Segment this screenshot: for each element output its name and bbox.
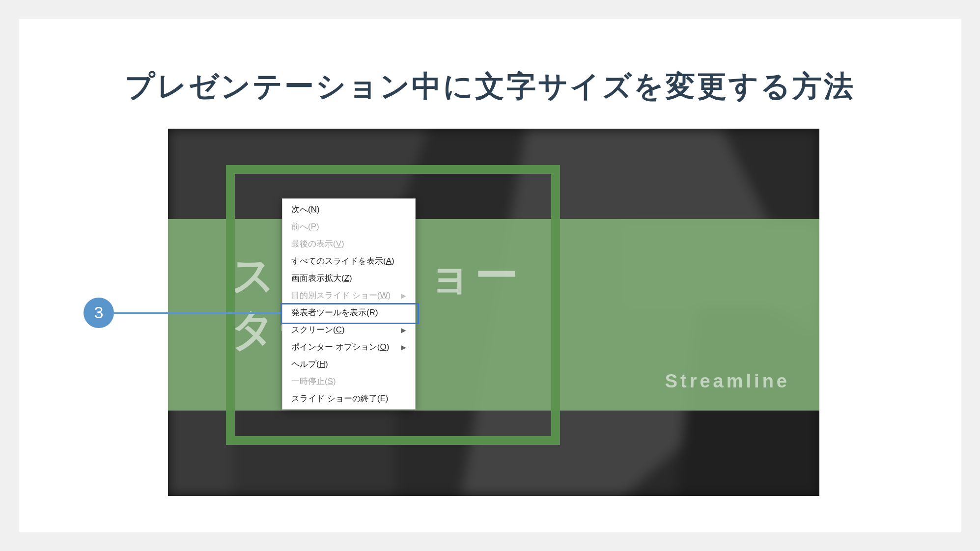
menu-item-label: 目的別スライド ショー(W) [291,290,391,301]
menu-item-5: 目的別スライド ショー(W)▶ [282,287,415,304]
menu-item-10: 一時停止(S) [282,373,415,390]
menu-item-1: 前へ(P) [282,218,415,235]
menu-item-label: 最後の表示(V) [291,238,344,249]
menu-item-9[interactable]: ヘルプ(H) [282,356,415,373]
menu-item-6[interactable]: 発表者ツールを表示(R) [282,304,415,321]
menu-item-2: 最後の表示(V) [282,235,415,252]
connector-line [114,312,280,314]
menu-item-label: ポインター オプション(O) [291,341,389,353]
menu-item-0[interactable]: 次へ(N) [282,201,415,218]
menu-item-label: 次へ(N) [291,204,320,215]
menu-item-4[interactable]: 画面表示拡大(Z) [282,270,415,287]
menu-item-7[interactable]: スクリーン(C)▶ [282,321,415,338]
menu-item-8[interactable]: ポインター オプション(O)▶ [282,338,415,356]
page-title: プレゼンテーション中に文字サイズを変更する方法 [19,67,961,107]
menu-item-label: スクリーン(C) [291,324,345,335]
menu-item-label: 前へ(P) [291,221,319,232]
menu-item-label: ヘルプ(H) [291,358,328,370]
menu-item-label: 画面表示拡大(Z) [291,273,352,284]
slide-brand-text: Streamline [665,371,790,392]
step-badge: 3 [84,298,114,328]
submenu-arrow-icon: ▶ [401,343,406,351]
menu-item-11[interactable]: スライド ショーの終了(E) [282,390,415,407]
menu-item-label: 一時停止(S) [291,376,336,387]
context-menu[interactable]: 次へ(N)前へ(P)最後の表示(V)すべてのスライドを表示(A)画面表示拡大(Z… [282,198,416,410]
menu-item-3[interactable]: すべてのスライドを表示(A) [282,252,415,270]
submenu-arrow-icon: ▶ [401,326,406,334]
menu-item-label: スライド ショーの終了(E) [291,393,388,404]
submenu-arrow-icon: ▶ [401,292,406,300]
menu-item-label: すべてのスライドを表示(A) [291,255,394,267]
menu-item-label: 発表者ツールを表示(R) [291,307,378,318]
